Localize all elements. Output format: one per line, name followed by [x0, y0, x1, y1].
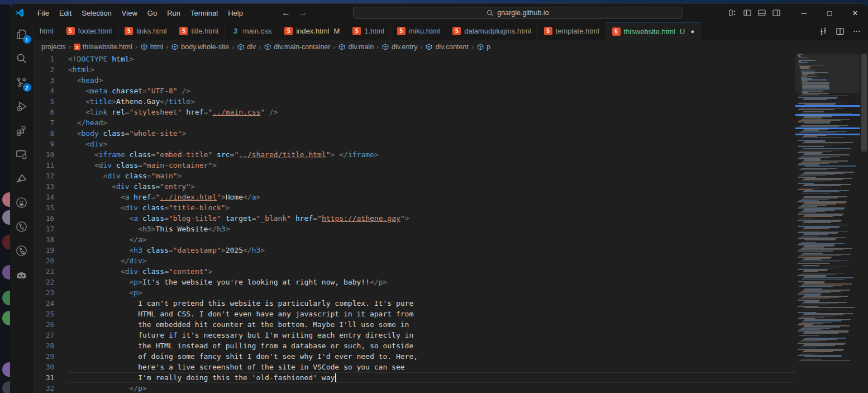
menu-help[interactable]: Help — [223, 7, 248, 19]
code-line-5[interactable]: 5<title>Athene.Gay</title> — [34, 96, 795, 107]
activity-explorer-icon[interactable]: 1 — [13, 25, 31, 43]
breadcrumb-label: thiswebsite.html — [83, 43, 132, 51]
css-file-icon: 3 — [231, 27, 240, 35]
customize-layout-icon[interactable] — [728, 8, 737, 17]
breadcrumb-separator-icon: › — [332, 43, 336, 51]
code-line-24[interactable]: 24I can't pretend this website is partic… — [34, 298, 795, 309]
code-line-2[interactable]: 2<html> — [34, 64, 795, 75]
code-text: <div class="main-container"> — [68, 160, 795, 171]
code-line-22[interactable]: 22<p>It's the website you're looking at … — [34, 277, 795, 287]
code-line-30[interactable]: 30here's a live screenshot of the site i… — [34, 362, 795, 372]
code-line-10[interactable]: 10<iframe class="embed-title" src="../sh… — [34, 149, 795, 160]
activity-source-control-icon[interactable]: 2 — [13, 73, 31, 91]
breadcrumb-item[interactable]: p — [476, 43, 490, 51]
close-button[interactable]: ✕ — [842, 4, 868, 22]
toggle-secondary-sidebar-icon[interactable] — [772, 8, 781, 17]
code-line-9[interactable]: 9<div> — [34, 139, 795, 149]
menu-file[interactable]: File — [32, 7, 54, 19]
code-text: <p> — [68, 287, 795, 298]
editor[interactable]: 1<!DOCTYPE html>2<html>3<head>4<meta cha… — [34, 54, 868, 393]
menu-terminal[interactable]: Terminal — [185, 7, 223, 19]
code-line-1[interactable]: 1<!DOCTYPE html> — [34, 54, 795, 64]
activity-triangle-a-icon[interactable] — [13, 169, 31, 187]
code-text: <div class="main"> — [68, 171, 795, 181]
code-line-3[interactable]: 3<head> — [34, 75, 795, 86]
breadcrumb-item[interactable]: projects — [41, 43, 66, 51]
tab-main.css[interactable]: 3main.css — [225, 22, 278, 40]
open-changes-icon[interactable] — [819, 27, 828, 36]
code-line-20[interactable]: 20</div> — [34, 255, 795, 266]
breadcrumb-item[interactable]: div — [237, 43, 256, 51]
activity-github-icon[interactable] — [13, 193, 31, 211]
toggle-primary-sidebar-icon[interactable] — [743, 8, 752, 17]
forward-arrow-icon[interactable]: → — [298, 8, 307, 18]
code-line-7[interactable]: 7</head> — [34, 117, 795, 128]
tab-dalamudplugins.html[interactable]: 5dalamudplugins.html — [446, 22, 537, 40]
tab-links.html[interactable]: 5links.html — [118, 22, 173, 40]
code-line-11[interactable]: 11<div class="main-container"> — [34, 160, 795, 171]
code-line-13[interactable]: 13<div class="entry"> — [34, 181, 795, 192]
tab-index.html[interactable]: 5index.htmlM — [278, 22, 346, 40]
breadcrumb-item[interactable]: div.content — [425, 43, 469, 51]
menu-run[interactable]: Run — [162, 7, 185, 19]
code-line-14[interactable]: 14<a href="../index.html">Home</a> — [34, 192, 795, 202]
tab-footer.html[interactable]: 5footer.html — [60, 22, 119, 40]
menu-edit[interactable]: Edit — [54, 7, 77, 19]
breadcrumb-item[interactable]: div.main-container — [264, 43, 330, 51]
code-line-21[interactable]: 21<div class="content"> — [34, 266, 795, 277]
code-line-17[interactable]: 17<h3>This Website</h3> — [34, 224, 795, 234]
tab-title.html[interactable]: 5title.html — [173, 22, 225, 40]
code-line-15[interactable]: 15<div class="title-block"> — [34, 202, 795, 213]
toggle-panel-icon[interactable] — [757, 8, 766, 17]
split-editor-icon[interactable] — [836, 27, 845, 36]
activity-search-icon[interactable] — [13, 49, 31, 67]
code-line-23[interactable]: 23<p> — [34, 287, 795, 298]
tab-html[interactable]: html — [34, 22, 60, 40]
code-line-28[interactable]: 28the HTML instead of pulling from a dat… — [34, 340, 795, 351]
tab-thiswebsite.html[interactable]: 5thiswebsite.htmlU● — [606, 22, 702, 40]
activity-git-graph-icon[interactable] — [13, 217, 31, 235]
code-line-26[interactable]: 26the embedded hit counter at the bottom… — [34, 319, 795, 330]
activity-extensions-icon[interactable] — [13, 121, 31, 139]
command-center-search[interactable]: gnargle.github.io — [353, 7, 683, 19]
maximize-button[interactable]: □ — [817, 4, 842, 22]
code-line-4[interactable]: 4<meta charset="UTF-8" /> — [34, 86, 795, 96]
breadcrumb-item[interactable]: html — [140, 43, 164, 51]
menu-view[interactable]: View — [117, 7, 142, 19]
activity-gitlens-icon[interactable] — [13, 242, 31, 259]
activity-remote-explorer-icon[interactable] — [13, 145, 31, 163]
activity-godot-icon[interactable] — [13, 266, 31, 283]
code-line-32[interactable]: 32</p> — [34, 383, 795, 393]
code-line-8[interactable]: 8<body class="whole-site"> — [34, 128, 795, 139]
tab-1.html[interactable]: 51.html — [346, 22, 390, 40]
code-line-16[interactable]: 16<a class="blog-title" target="_blank" … — [34, 213, 795, 224]
breadcrumb-item[interactable]: div.main — [338, 43, 374, 51]
code-line-6[interactable]: 6<link rel="stylesheet" href="../main.cs… — [34, 107, 795, 117]
code-text: <title>Athene.Gay</title> — [68, 96, 795, 107]
minimize-button[interactable]: ─ — [791, 4, 817, 22]
unsaved-dot-icon[interactable]: ● — [690, 28, 694, 35]
code-line-25[interactable]: 25HTML and CSS. I don't even have any ja… — [34, 309, 795, 319]
breadcrumb-item[interactable]: body.whole-site — [171, 43, 229, 51]
breadcrumb-item[interactable]: 5thiswebsite.html — [74, 43, 132, 51]
minimap[interactable] — [795, 54, 860, 393]
menu-selection[interactable]: Selection — [77, 7, 116, 19]
back-arrow-icon[interactable]: ← — [282, 8, 290, 18]
code-area[interactable]: 1<!DOCTYPE html>2<html>3<head>4<meta cha… — [34, 54, 795, 393]
code-line-27[interactable]: 27future if it's necessary but I'm writi… — [34, 330, 795, 340]
code-line-12[interactable]: 12<div class="main"> — [34, 171, 795, 181]
more-actions-icon[interactable] — [852, 27, 861, 36]
vertical-scrollbar[interactable] — [860, 54, 868, 393]
tab-miku.html[interactable]: 5miku.html — [391, 22, 447, 40]
menu-go[interactable]: Go — [142, 7, 162, 19]
tab-template.html[interactable]: 5template.html — [538, 22, 606, 40]
code-line-19[interactable]: 19<h3 class="datestamp">2025</h3> — [34, 245, 795, 255]
activity-run-debug-icon[interactable] — [13, 97, 31, 115]
code-line-29[interactable]: 29of doing some fancy shit I don't see w… — [34, 351, 795, 362]
tab-label: 1.html — [364, 27, 384, 35]
breadcrumb-item[interactable]: div.entry — [381, 43, 417, 51]
code-line-31[interactable]: 31I'm really doing this the 'old-fashion… — [34, 372, 795, 383]
scrollbar-thumb[interactable] — [861, 54, 867, 151]
code-line-18[interactable]: 18</a> — [34, 234, 795, 245]
line-number: 14 — [34, 192, 68, 202]
